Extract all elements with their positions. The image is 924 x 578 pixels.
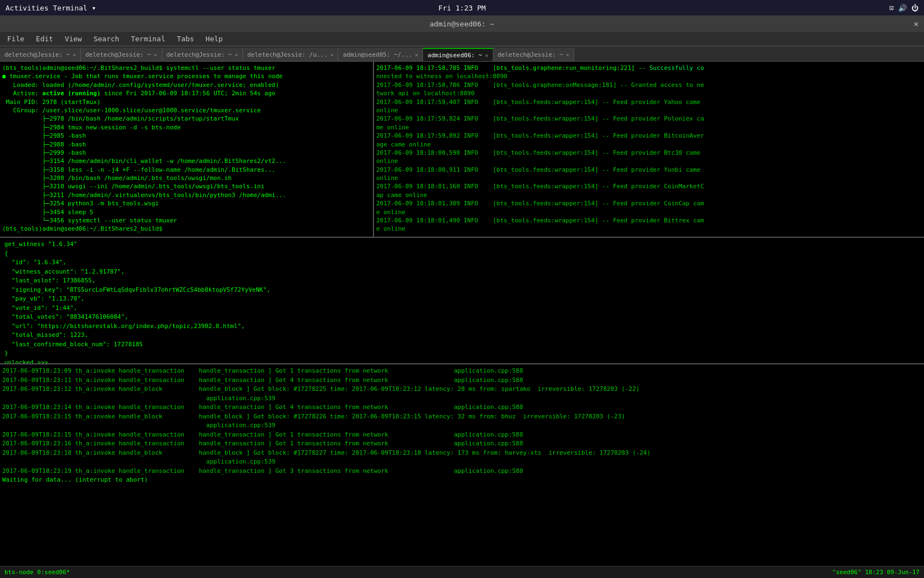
- edit-menu[interactable]: Edit: [31, 34, 57, 44]
- tab-label-0: deletech@Jessie: ~: [4, 51, 70, 58]
- terminal-window: admin@seed06: ~ ✕ File Edit View Search …: [0, 15, 924, 578]
- right-pane-content: 2017-06-09 18:17:58,785 INFO [bts_tools.…: [376, 64, 922, 233]
- terminal-title: admin@seed06: ~: [430, 20, 494, 28]
- tab-6[interactable]: deletech@Jessie: ~ ✕: [493, 48, 574, 61]
- tab-close-6[interactable]: ✕: [566, 52, 569, 58]
- right-pane[interactable]: 2017-06-09 18:17:58,785 INFO [bts_tools.…: [374, 62, 924, 237]
- terminal-menu-item[interactable]: Terminal: [127, 34, 170, 44]
- tab-3[interactable]: deletech@Jessie: /u... ✕: [243, 48, 339, 61]
- tab-close-2[interactable]: ✕: [235, 52, 238, 58]
- volume-icon[interactable]: 🔊: [898, 4, 907, 12]
- left-pane[interactable]: (bts_tools)admin@seed06:~/.BitShares2_bu…: [0, 62, 374, 237]
- middle-content: get_witness "1.6.34" { "id": "1.6.34", "…: [4, 240, 920, 364]
- middle-section[interactable]: get_witness "1.6.34" { "id": "1.6.34", "…: [0, 238, 924, 364]
- tab-close-0[interactable]: ✕: [73, 52, 76, 58]
- left-pane-content: (bts_tools)admin@seed06:~/.BitShares2_bu…: [2, 64, 371, 233]
- tab-label-4: admin@seed05: ~/...: [343, 51, 412, 58]
- tab-0[interactable]: deletech@Jessie: ~ ✕: [0, 48, 81, 61]
- tab-label-6: deletech@Jessie: ~: [498, 51, 563, 58]
- tab-1[interactable]: deletech@Jessie: ~ ✕: [81, 48, 162, 61]
- tab-label-2: deletech@Jessie: ~: [167, 51, 232, 58]
- menu-bar: File Edit View Search Terminal Tabs Help: [0, 32, 924, 46]
- terminal-content: (bts_tools)admin@seed06:~/.BitShares2_bu…: [0, 62, 924, 578]
- top-section: (bts_tools)admin@seed06:~/.BitShares2_bu…: [0, 62, 924, 238]
- tab-2[interactable]: deletech@Jessie: ~ ✕: [162, 48, 243, 61]
- power-icon[interactable]: ⏻: [911, 4, 919, 12]
- system-bar: Activities Terminal ▾ Fri 1:23 PM ⊡ 🔊 ⏻: [0, 0, 924, 15]
- terminal-titlebar: admin@seed06: ~ ✕: [0, 15, 924, 32]
- tab-label-1: deletech@Jessie: ~: [85, 51, 151, 58]
- terminal-menu[interactable]: Terminal ▾: [53, 4, 96, 12]
- system-bar-left: Activities Terminal ▾: [6, 4, 96, 12]
- tab-label-3: deletech@Jessie: /u...: [248, 51, 328, 58]
- tab-close-1[interactable]: ✕: [153, 52, 157, 58]
- tab-close-3[interactable]: ✕: [330, 52, 333, 58]
- datetime-display: Fri 1:23 PM: [438, 4, 486, 12]
- window-icon[interactable]: ⊡: [889, 4, 894, 12]
- search-menu[interactable]: Search: [89, 34, 124, 44]
- file-menu[interactable]: File: [3, 34, 29, 44]
- status-left: bts-node 0:seed06*: [4, 569, 70, 576]
- tab-bar: deletech@Jessie: ~ ✕ deletech@Jessie: ~ …: [0, 46, 924, 62]
- close-icon[interactable]: ✕: [914, 19, 919, 28]
- system-bar-right: ⊡ 🔊 ⏻: [889, 4, 919, 12]
- view-menu[interactable]: View: [61, 34, 86, 44]
- tab-4[interactable]: admin@seed05: ~/... ✕: [338, 48, 423, 61]
- tab-5[interactable]: admin@seed06: ~ ✕: [423, 48, 493, 61]
- tab-close-4[interactable]: ✕: [415, 52, 418, 58]
- tab-close-5[interactable]: ✕: [485, 52, 488, 58]
- status-bar: bts-node 0:seed06* "seed06" 18:23 09-Jun…: [0, 566, 924, 578]
- help-menu[interactable]: Help: [201, 34, 227, 44]
- status-right: "seed06" 18:23 09-Jun-17: [832, 569, 920, 576]
- bottom-section[interactable]: 2017-06-09T18:23:09 th_a:invoke handle_t…: [0, 364, 924, 566]
- bottom-content: 2017-06-09T18:23:09 th_a:invoke handle_t…: [2, 367, 922, 485]
- tabs-menu[interactable]: Tabs: [173, 34, 199, 44]
- tab-label-5: admin@seed06: ~: [427, 52, 482, 59]
- activities-button[interactable]: Activities: [6, 4, 48, 12]
